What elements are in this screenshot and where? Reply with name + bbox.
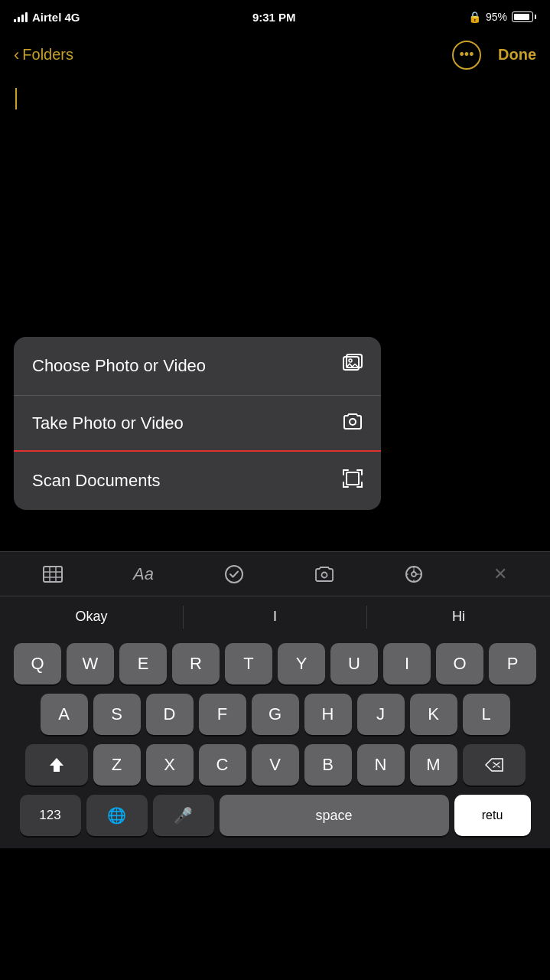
globe-key[interactable]: 🌐 <box>86 795 148 836</box>
svg-point-10 <box>226 566 242 583</box>
mic-key[interactable]: 🎤 <box>153 795 214 836</box>
signal-bars-icon <box>14 11 28 22</box>
svg-rect-5 <box>44 567 62 582</box>
status-left: Airtel 4G <box>14 11 80 24</box>
key-f[interactable]: F <box>199 694 246 735</box>
key-x[interactable]: X <box>146 744 194 786</box>
photo-library-icon <box>343 354 363 378</box>
key-h[interactable]: H <box>304 694 352 735</box>
keyboard-row-1: Q W E R T Y U I O P <box>3 643 547 684</box>
keyboard-row-2: A S D F G H J K L <box>3 694 547 735</box>
more-options-button[interactable]: ••• <box>452 41 481 70</box>
folders-back-button[interactable]: ‹ Folders <box>14 45 73 65</box>
carrier-label: Airtel 4G <box>32 11 80 24</box>
key-y[interactable]: Y <box>278 643 325 684</box>
delete-key[interactable] <box>463 744 526 786</box>
back-chevron-icon: ‹ <box>14 45 19 65</box>
return-key[interactable]: retu <box>454 795 531 836</box>
key-p[interactable]: P <box>489 643 536 684</box>
key-e[interactable]: E <box>119 643 167 684</box>
status-time: 9:31 PM <box>252 11 296 24</box>
predictive-bar: Okay I Hi <box>0 596 550 637</box>
keyboard-row-bottom: 123 🌐 🎤 space retu <box>3 795 547 836</box>
note-content-area[interactable] <box>0 76 550 340</box>
key-g[interactable]: G <box>252 694 299 735</box>
key-i[interactable]: I <box>383 643 431 684</box>
battery-icon <box>512 11 536 22</box>
key-m[interactable]: M <box>410 744 457 786</box>
choose-photo-video-label: Choose Photo or Video <box>32 356 206 376</box>
more-dots-icon: ••• <box>460 47 474 63</box>
key-s[interactable]: S <box>93 694 141 735</box>
key-w[interactable]: W <box>67 643 114 684</box>
key-c[interactable]: C <box>199 744 246 786</box>
camera-icon <box>343 413 363 434</box>
choose-photo-video-item[interactable]: Choose Photo or Video <box>14 337 381 396</box>
svg-point-2 <box>349 359 352 362</box>
markup-button[interactable] <box>399 559 429 590</box>
key-n[interactable]: N <box>357 744 405 786</box>
keyboard: Q W E R T Y U I O P A S D F G H J K L Z … <box>0 637 550 848</box>
svg-point-3 <box>350 419 356 425</box>
key-v[interactable]: V <box>252 744 299 786</box>
take-photo-video-label: Take Photo or Video <box>32 413 184 433</box>
text-cursor <box>15 88 17 109</box>
scan-documents-label: Scan Documents <box>32 471 161 491</box>
key-o[interactable]: O <box>436 643 483 684</box>
scan-documents-item[interactable]: Scan Documents <box>14 452 381 510</box>
numbers-key[interactable]: 123 <box>20 795 81 836</box>
close-icon: ✕ <box>493 564 507 584</box>
close-toolbar-button[interactable]: ✕ <box>487 558 513 590</box>
key-l[interactable]: L <box>463 694 510 735</box>
folders-label: Folders <box>22 46 73 64</box>
svg-point-13 <box>412 572 416 577</box>
shift-key[interactable] <box>25 744 88 786</box>
scan-documents-icon <box>343 469 363 493</box>
key-z[interactable]: Z <box>93 744 141 786</box>
status-right: 🔒 95% <box>468 11 536 23</box>
popup-menu: Choose Photo or Video Take Photo or Vide… <box>14 337 381 510</box>
nav-bar: ‹ Folders ••• Done <box>0 34 550 76</box>
formatting-toolbar: Aa ✕ <box>0 551 550 596</box>
predictive-word-3[interactable]: Hi <box>367 596 550 637</box>
key-t[interactable]: T <box>225 643 272 684</box>
camera-button[interactable] <box>308 560 340 589</box>
done-button[interactable]: Done <box>498 46 536 64</box>
key-j[interactable]: J <box>357 694 405 735</box>
keyboard-row-3: Z X C V B N M <box>3 744 547 786</box>
key-r[interactable]: R <box>172 643 220 684</box>
nav-right-actions: ••• Done <box>452 41 536 70</box>
checklist-button[interactable] <box>218 558 250 590</box>
svg-rect-4 <box>347 472 359 485</box>
key-q[interactable]: Q <box>14 643 61 684</box>
format-text-button[interactable]: Aa <box>127 558 160 590</box>
key-b[interactable]: B <box>304 744 352 786</box>
status-bar: Airtel 4G 9:31 PM 🔒 95% <box>0 0 550 34</box>
key-k[interactable]: K <box>410 694 457 735</box>
predictive-word-2[interactable]: I <box>184 596 366 637</box>
key-a[interactable]: A <box>41 694 88 735</box>
key-d[interactable]: D <box>146 694 194 735</box>
battery-percent: 95% <box>486 11 507 23</box>
table-button[interactable] <box>37 560 69 589</box>
take-photo-video-item[interactable]: Take Photo or Video <box>14 396 381 452</box>
svg-point-12 <box>406 567 421 582</box>
key-u[interactable]: U <box>330 643 378 684</box>
space-key[interactable]: space <box>220 795 449 836</box>
predictive-word-1[interactable]: Okay <box>0 596 183 637</box>
lock-icon: 🔒 <box>468 11 481 23</box>
svg-point-11 <box>321 572 327 577</box>
